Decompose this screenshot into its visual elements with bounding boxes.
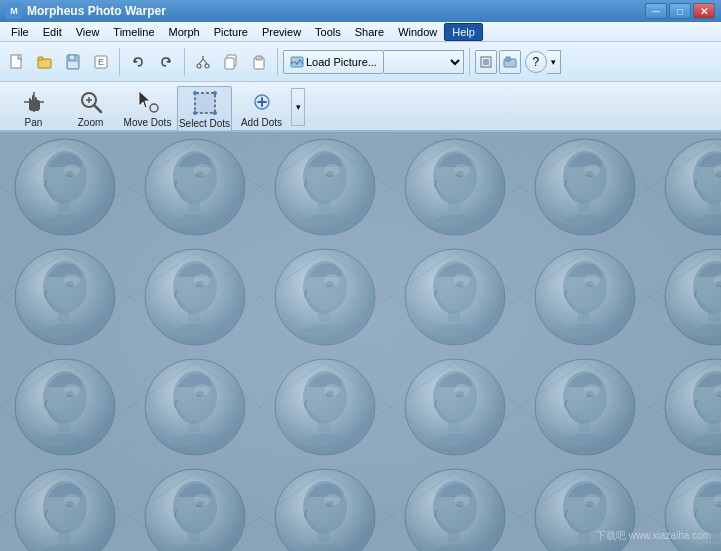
save-button[interactable] xyxy=(60,49,86,75)
redo-button[interactable] xyxy=(153,49,179,75)
window-controls: ─ □ ✕ xyxy=(645,3,715,19)
paste-button[interactable] xyxy=(246,49,272,75)
pan-icon xyxy=(20,88,48,116)
undo-button[interactable] xyxy=(125,49,151,75)
svg-point-30 xyxy=(193,91,197,95)
move-dots-label: Move Dots xyxy=(124,117,172,128)
tool-bar: Pan Zoom Move Dots xyxy=(0,82,721,132)
app-title: Morpheus Photo Warper xyxy=(27,4,645,18)
title-bar: M Morpheus Photo Warper ─ □ ✕ xyxy=(0,0,721,22)
load-picture-label: Load Picture... xyxy=(306,56,377,68)
svg-rect-29 xyxy=(195,93,215,113)
tool-zoom[interactable]: Zoom xyxy=(63,86,118,130)
minimize-button[interactable]: ─ xyxy=(645,3,667,19)
menu-bar: File Edit View Timeline Morph Picture Pr… xyxy=(0,22,721,42)
svg-line-10 xyxy=(199,59,203,64)
toolbar-overflow-button[interactable]: ▾ xyxy=(291,88,305,126)
tool-select-dots[interactable]: Select Dots xyxy=(177,86,232,132)
svg-rect-14 xyxy=(225,58,234,69)
new-button[interactable] xyxy=(4,49,30,75)
svg-text:E: E xyxy=(98,57,104,67)
svg-point-9 xyxy=(205,64,209,68)
add-dots-icon xyxy=(248,88,276,116)
select-dots-label: Select Dots xyxy=(179,118,230,129)
menu-edit[interactable]: Edit xyxy=(36,24,69,40)
zoom-label: Zoom xyxy=(78,117,104,128)
tool-add-dots[interactable]: Add Dots xyxy=(234,86,289,130)
restore-button[interactable]: □ xyxy=(669,3,691,19)
select-dots-icon xyxy=(191,89,219,117)
separator-1 xyxy=(119,48,120,76)
svg-rect-4 xyxy=(69,55,75,60)
menu-file[interactable]: File xyxy=(4,24,36,40)
svg-point-32 xyxy=(193,111,197,115)
separator-2 xyxy=(184,48,185,76)
help-dropdown[interactable]: ▾ xyxy=(547,50,561,74)
svg-rect-16 xyxy=(256,56,262,60)
svg-point-33 xyxy=(213,111,217,115)
svg-marker-27 xyxy=(139,91,150,108)
tool-pan[interactable]: Pan xyxy=(6,86,61,130)
help-button[interactable]: ? xyxy=(525,51,547,73)
svg-rect-20 xyxy=(483,59,489,65)
add-dots-label: Add Dots xyxy=(241,117,282,128)
load-picture-button[interactable]: Load Picture... xyxy=(283,50,384,74)
menu-preview[interactable]: Preview xyxy=(255,24,308,40)
svg-point-28 xyxy=(150,104,158,112)
canvas-background[interactable]: 下载吧 www.xiazaiba.com xyxy=(0,132,721,551)
copy-button[interactable] xyxy=(218,49,244,75)
cut-button[interactable] xyxy=(190,49,216,75)
zoom-icon xyxy=(77,88,105,116)
watermark: 下载吧 www.xiazaiba.com xyxy=(596,529,711,543)
svg-point-31 xyxy=(213,91,217,95)
menu-timeline[interactable]: Timeline xyxy=(106,24,161,40)
close-button[interactable]: ✕ xyxy=(693,3,715,19)
load-picture-dropdown[interactable] xyxy=(384,50,464,74)
menu-tools[interactable]: Tools xyxy=(308,24,348,40)
move-dots-icon xyxy=(134,88,162,116)
svg-line-24 xyxy=(94,105,101,112)
separator-3 xyxy=(277,48,278,76)
tool-move-dots[interactable]: Move Dots xyxy=(120,86,175,130)
svg-rect-44 xyxy=(0,132,721,551)
toolbar-extra-btn2[interactable] xyxy=(499,50,521,74)
menu-view[interactable]: View xyxy=(69,24,107,40)
app-icon: M xyxy=(6,3,22,19)
svg-rect-5 xyxy=(68,62,78,68)
svg-point-8 xyxy=(197,64,201,68)
svg-line-11 xyxy=(203,59,207,64)
svg-point-18 xyxy=(293,58,296,61)
menu-picture[interactable]: Picture xyxy=(207,24,255,40)
svg-rect-2 xyxy=(38,57,43,60)
menu-morph[interactable]: Morph xyxy=(162,24,207,40)
toolbar-extra-btn1[interactable] xyxy=(475,50,497,74)
separator-4 xyxy=(469,48,470,76)
menu-help[interactable]: Help xyxy=(444,23,483,41)
export-button[interactable]: E xyxy=(88,49,114,75)
menu-share[interactable]: Share xyxy=(348,24,391,40)
svg-rect-22 xyxy=(506,57,510,61)
menu-window[interactable]: Window xyxy=(391,24,444,40)
main-toolbar: E Load Picture... ? ▾ xyxy=(0,42,721,82)
open-button[interactable] xyxy=(32,49,58,75)
main-canvas: 下载吧 www.xiazaiba.com xyxy=(0,132,721,551)
pan-label: Pan xyxy=(25,117,43,128)
